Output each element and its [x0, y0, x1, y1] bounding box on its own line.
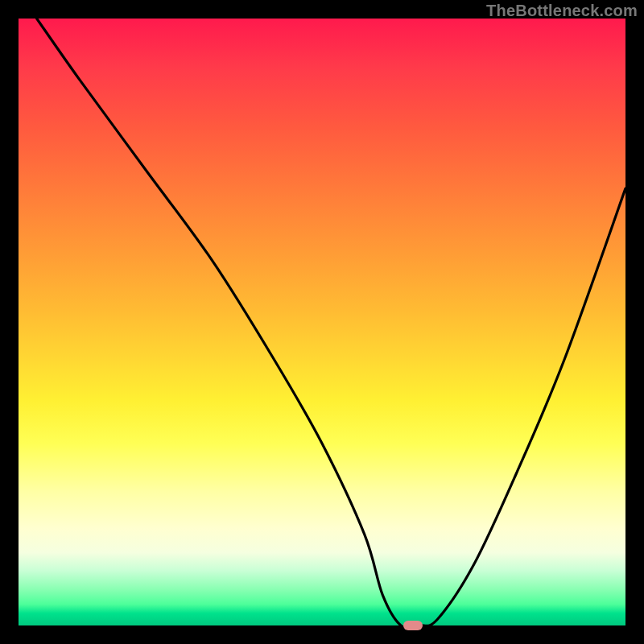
- bottleneck-curve: [19, 19, 625, 625]
- chart-frame: TheBottleneck.com: [0, 0, 644, 644]
- optimal-marker: [403, 621, 423, 630]
- plot-area: [19, 19, 625, 625]
- attribution-label: TheBottleneck.com: [486, 2, 638, 20]
